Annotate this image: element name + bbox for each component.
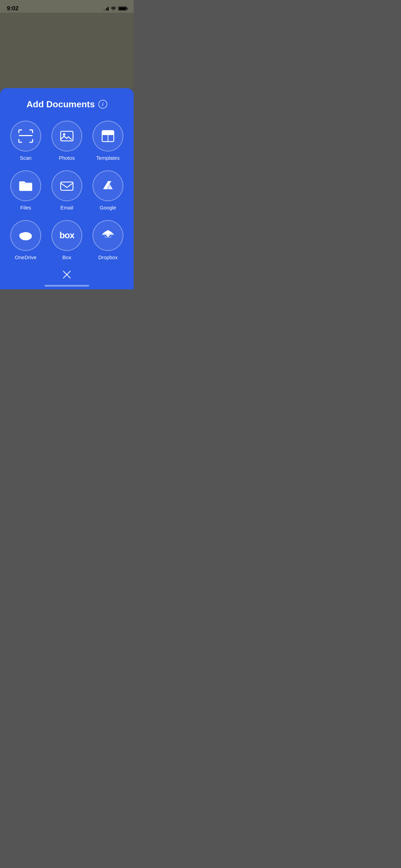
scan-label: Scan: [20, 155, 32, 161]
close-button[interactable]: [59, 267, 74, 282]
close-icon: [62, 270, 72, 279]
box-icon: box: [59, 230, 74, 241]
status-bar: 9:02: [0, 0, 134, 13]
email-label: Email: [60, 205, 73, 210]
onedrive-label: OneDrive: [15, 254, 36, 260]
svg-point-2: [63, 133, 65, 135]
templates-label: Templates: [96, 155, 120, 161]
home-bar: [45, 285, 89, 287]
box-icon-circle: box: [51, 220, 82, 251]
onedrive-icon: [17, 229, 34, 242]
templates-icon-circle: [93, 121, 123, 152]
box-label: Box: [62, 254, 71, 260]
svg-rect-4: [102, 131, 114, 135]
templates-icon: [100, 129, 116, 143]
bottom-sheet: Add Documents i Scan: [0, 88, 134, 282]
signal-icon: [103, 7, 109, 11]
google-button[interactable]: Google: [89, 170, 127, 210]
svg-marker-14: [106, 235, 110, 237]
scan-button[interactable]: Scan: [7, 121, 45, 161]
battery-fill: [119, 7, 126, 10]
dropbox-button[interactable]: Dropbox: [89, 220, 127, 260]
sheet-title-row: Add Documents i: [26, 99, 107, 110]
add-documents-grid: Scan Photos: [7, 121, 127, 260]
files-label: Files: [20, 205, 31, 210]
svg-point-10: [19, 233, 27, 238]
svg-rect-0: [19, 135, 33, 136]
onedrive-button[interactable]: OneDrive: [7, 220, 45, 260]
dropbox-icon: [100, 229, 116, 242]
background-area: [0, 13, 134, 88]
battery-icon: [118, 7, 127, 11]
photos-icon: [59, 129, 74, 143]
files-icon-circle: [10, 170, 41, 201]
signal-bar-3: [106, 8, 107, 11]
photos-label: Photos: [59, 155, 75, 161]
files-button[interactable]: Files: [7, 170, 45, 210]
box-button[interactable]: box Box: [48, 220, 86, 260]
signal-bar-1: [103, 10, 104, 11]
email-icon-circle: [51, 170, 82, 201]
signal-bar-2: [105, 9, 106, 11]
home-indicator: [0, 282, 134, 289]
scan-icon-circle: [10, 121, 41, 152]
dropbox-icon-circle: [93, 220, 123, 251]
dropbox-label: Dropbox: [98, 254, 118, 260]
screen: 9:02: [0, 0, 134, 289]
close-area: [59, 267, 74, 282]
google-icon-circle: [93, 170, 123, 201]
status-icons: [103, 5, 127, 12]
scan-icon: [18, 129, 33, 143]
files-icon: [18, 179, 34, 193]
google-drive-icon: [100, 179, 116, 193]
photos-icon-circle: [51, 121, 82, 152]
photos-button[interactable]: Photos: [48, 121, 86, 161]
status-time: 9:02: [7, 5, 19, 12]
wifi-icon: [111, 5, 116, 12]
email-button[interactable]: Email: [48, 170, 86, 210]
sheet-title: Add Documents: [26, 99, 95, 110]
templates-button[interactable]: Templates: [89, 121, 127, 161]
google-label: Google: [100, 205, 116, 210]
signal-bar-4: [108, 7, 109, 11]
email-icon: [59, 179, 74, 193]
onedrive-icon-circle: [10, 220, 41, 251]
svg-rect-8: [61, 182, 73, 190]
info-button[interactable]: i: [98, 100, 107, 109]
